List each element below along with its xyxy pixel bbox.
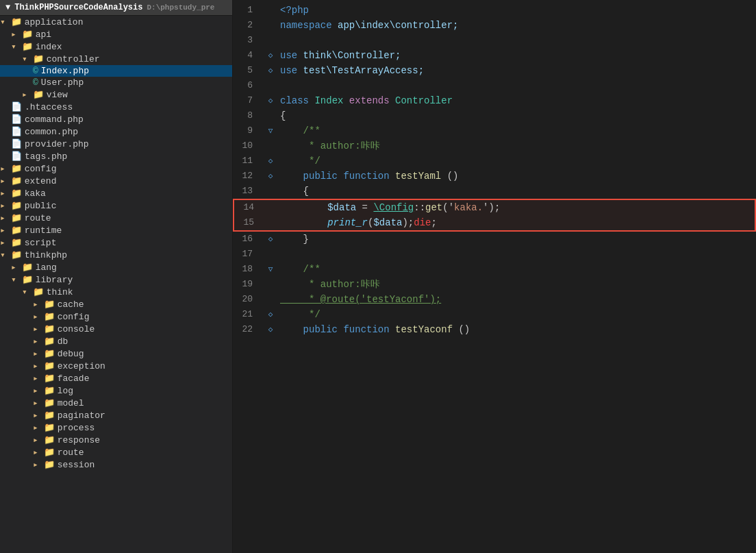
tree-item-cache[interactable]: ▸ 📁cache	[0, 298, 232, 310]
tree-item-db[interactable]: ▸ 📁db	[0, 335, 232, 347]
tree-item-debug[interactable]: ▸ 📁debug	[0, 347, 232, 360]
line-content: /**	[277, 262, 756, 277]
tree-node-label: kaka	[25, 188, 46, 199]
line-number: 21	[233, 307, 264, 322]
tree-node-label: Index.php	[41, 66, 89, 76]
line-number: 16	[233, 232, 264, 247]
line-content: /**	[277, 123, 756, 138]
tree-node-label: config	[58, 312, 90, 322]
tree-node-label: extend	[25, 176, 57, 186]
tree-item-extend[interactable]: ▸ 📁extend	[0, 175, 232, 187]
tree-node-label: paginator	[58, 410, 105, 421]
code-line-9: 9▽ /**	[233, 123, 756, 138]
tree-item-htaccess[interactable]: 📄.htaccess	[0, 101, 232, 113]
line-number: 1	[233, 3, 264, 18]
line-number: 20	[233, 292, 264, 307]
tree-node-label: common.php	[25, 127, 78, 137]
tree-node-label: command.php	[25, 114, 84, 125]
code-editor: 1<?php2namespace app\index\controller;3 …	[233, 0, 756, 553]
line-gutter: ◇	[264, 153, 277, 169]
line-gutter: ◇	[264, 169, 277, 184]
line-content	[277, 33, 756, 48]
code-line-1: 1<?php	[233, 3, 756, 18]
tree-node-label: User.php	[41, 77, 84, 88]
tree-node-label: controller	[47, 54, 100, 64]
tree-item-think[interactable]: ▾ 📁think	[0, 286, 232, 298]
line-content: * @route('testYaconf');	[277, 292, 756, 307]
tree-node-label: config	[25, 164, 57, 174]
code-line-11: 11◇ */	[233, 153, 756, 169]
code-line-10: 10 * author:咔咔	[233, 138, 756, 153]
tree-item-provider.php[interactable]: 📄provider.php	[0, 138, 232, 150]
line-number: 22	[233, 322, 264, 337]
code-line-13: 13 {	[233, 184, 756, 199]
line-number: 11	[233, 153, 264, 169]
line-content	[277, 78, 756, 93]
tree-item-paginator[interactable]: ▸ 📁paginator	[0, 409, 232, 421]
tree-item-script[interactable]: ▸ 📁script	[0, 236, 232, 249]
code-line-7: 7◇class Index extends Controller	[233, 93, 756, 108]
line-content: */	[277, 307, 756, 322]
line-content: public function testYaml ()	[277, 169, 756, 184]
line-gutter: ◇	[264, 63, 277, 78]
tree-item-common.php[interactable]: 📄common.php	[0, 125, 232, 138]
tree-item-kaka[interactable]: ▸ 📁kaka	[0, 187, 232, 199]
tree-item-runtime[interactable]: ▸ 📁runtime	[0, 224, 232, 236]
tree-item-Index.php[interactable]: ©Index.php	[0, 65, 232, 77]
tree-node-label: think	[47, 287, 73, 297]
tree-item-library[interactable]: ▾ 📁library	[0, 273, 232, 286]
tree-item-command.php[interactable]: 📄command.php	[0, 113, 232, 125]
code-line-5: 5◇use test\TestArrayAccess;	[233, 63, 756, 78]
tree-item-log[interactable]: ▸ 📁log	[0, 384, 232, 397]
tree-node-label: session	[58, 460, 95, 470]
line-number: 15	[234, 215, 265, 230]
tree-node-label: application	[25, 17, 84, 27]
tree-node-label: console	[58, 324, 95, 334]
tree-item-process[interactable]: ▸ 📁process	[0, 421, 232, 434]
line-number: 2	[233, 18, 264, 33]
line-number: 17	[233, 247, 264, 262]
line-content: {	[277, 108, 756, 123]
tree-item-session[interactable]: ▸ 📁session	[0, 458, 232, 471]
tree-item-public[interactable]: ▸ 📁public	[0, 199, 232, 212]
tree-item-response[interactable]: ▸ 📁response	[0, 434, 232, 446]
line-number: 6	[233, 78, 264, 93]
tree-item-exception[interactable]: ▸ 📁exception	[0, 360, 232, 372]
tree-node-label: .htaccess	[25, 102, 73, 112]
line-number: 9	[233, 123, 264, 138]
tree-node-label: public	[25, 201, 57, 211]
tree-item-thinkphp[interactable]: ▾ 📁thinkphp	[0, 249, 232, 261]
tree-item-config2[interactable]: ▸ 📁config	[0, 310, 232, 323]
line-gutter: ◇	[264, 307, 277, 322]
line-content: use test\TestArrayAccess;	[277, 63, 756, 78]
tree-node-label: index	[36, 42, 62, 52]
tree-node-label: view	[47, 90, 68, 100]
line-number: 4	[233, 48, 264, 63]
line-content: class Index extends Controller	[277, 93, 756, 108]
tree-node-label: thinkphp	[25, 250, 67, 260]
tree-item-config[interactable]: ▸ 📁config	[0, 162, 232, 175]
tree-node-label: cache	[58, 299, 84, 310]
code-line-4: 4◇use think\Controller;	[233, 48, 756, 63]
tree-item-view[interactable]: ▸ 📁view	[0, 88, 232, 101]
tree-item-facade[interactable]: ▸ 📁facade	[0, 372, 232, 384]
line-content: print_r($data);die;	[279, 215, 755, 230]
sidebar-title: ▼ ThinkPHPSourceCodeAnalysis D:\phpstudy…	[0, 0, 232, 16]
tree-item-api[interactable]: ▸ 📁api	[0, 28, 232, 40]
tree-item-route[interactable]: ▸ 📁route	[0, 212, 232, 224]
tree-item-index[interactable]: ▾ 📁index	[0, 40, 232, 53]
tree-item-console[interactable]: ▸ 📁console	[0, 323, 232, 335]
line-content	[277, 247, 756, 262]
tree-node-label: tags.php	[25, 151, 67, 162]
tree-item-lang[interactable]: ▸ 📁lang	[0, 261, 232, 273]
tree-node-label: script	[25, 238, 57, 248]
tree-item-User.php[interactable]: ©User.php	[0, 77, 232, 88]
line-number: 10	[233, 138, 264, 153]
tree-item-controller[interactable]: ▾ 📁controller	[0, 53, 232, 65]
tree-node-label: response	[58, 435, 100, 445]
line-content: <?php	[277, 3, 756, 18]
tree-item-route2[interactable]: ▸ 📁route	[0, 446, 232, 458]
tree-item-application[interactable]: ▾ 📁application	[0, 16, 232, 28]
tree-item-tags.php[interactable]: 📄tags.php	[0, 150, 232, 162]
tree-item-model[interactable]: ▸ 📁model	[0, 397, 232, 409]
